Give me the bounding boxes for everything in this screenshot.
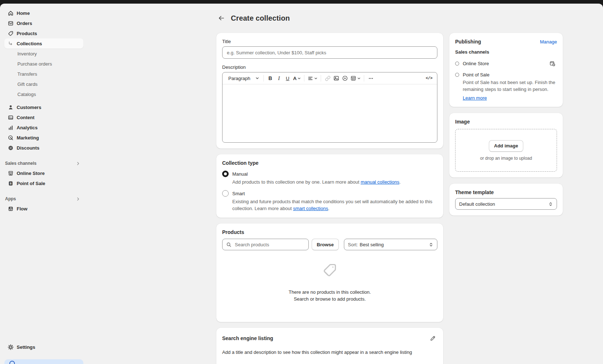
radio-label: Manual [232, 171, 248, 177]
seo-body-text: Add a title and description to see how t… [222, 350, 437, 355]
link-icon [325, 76, 330, 81]
add-image-button[interactable]: Add image [489, 140, 523, 152]
browse-button[interactable]: Browse [312, 239, 339, 250]
more-options-button[interactable] [366, 74, 375, 83]
gear-icon [7, 344, 14, 350]
sidebar-item-products[interactable]: Products [4, 28, 83, 38]
collection-title-input[interactable] [222, 46, 437, 59]
show-html-button[interactable]: </> [425, 74, 433, 83]
sidebar-item-flow[interactable]: Flow [4, 204, 83, 214]
flow-icon [7, 205, 14, 212]
sidebar-item-label: Inventory [17, 51, 37, 57]
alignment-dropdown[interactable] [307, 74, 319, 83]
discounts-icon [7, 145, 14, 151]
sidebar-promo-teaser[interactable] [4, 359, 83, 364]
schedule-calendar-clock-button[interactable] [548, 59, 557, 68]
sidebar-item-label: Settings [17, 344, 35, 350]
sidebar-item-analytics[interactable]: Analytics [4, 122, 83, 133]
sidebar-item-label: Point of Sale [17, 181, 45, 186]
page-title: Create collection [231, 14, 290, 22]
home-icon [7, 10, 14, 16]
sidebar-item-label: Discounts [17, 145, 39, 151]
italic-button[interactable]: I [275, 74, 283, 83]
insert-image-button[interactable] [332, 74, 341, 83]
products-card: Products Browse Sort: Best selling [216, 223, 443, 322]
channel-status-circle-icon [455, 62, 459, 66]
sidebar: Home Orders Products Collections Invento… [0, 4, 87, 364]
description-editor: Paragraph B I U A [222, 72, 437, 143]
main-content: Create collection Title Description Para… [87, 4, 603, 364]
edit-seo-button[interactable] [428, 334, 437, 343]
chevron-down-icon [255, 76, 259, 80]
video-icon [342, 75, 348, 81]
sidebar-item-collections[interactable]: Collections [4, 38, 83, 49]
image-card: Image Add image or drop an image to uplo… [449, 113, 563, 177]
underline-button[interactable]: U [283, 74, 292, 83]
sidebar-item-label: Catalogs [17, 92, 36, 97]
updown-caret-icon [548, 202, 553, 206]
sidebar-item-transfers[interactable]: Transfers [4, 69, 83, 79]
collection-type-option-smart[interactable]: Smart [222, 190, 437, 197]
manual-description: Add products to this collection one by o… [232, 179, 437, 185]
channel-row-point-of-sale: Point of Sale [455, 72, 557, 78]
sidebar-item-label: Products [17, 31, 37, 36]
pos-setup-note: Point of Sale has not been set up. Finis… [463, 79, 557, 93]
sidebar-item-label: Flow [17, 206, 28, 212]
manage-link[interactable]: Manage [540, 39, 557, 45]
image-icon [333, 75, 339, 81]
sidebar-item-point-of-sale[interactable]: $ Point of Sale [4, 178, 83, 188]
link-button[interactable] [323, 74, 332, 83]
image-dropzone[interactable]: Add image or drop an image to upload [455, 129, 557, 172]
sidebar-item-catalogs[interactable]: Catalogs [4, 89, 83, 99]
collection-type-option-manual[interactable]: Manual [222, 171, 437, 177]
sidebar-item-online-store[interactable]: Online Store [4, 168, 83, 178]
description-editor-content[interactable] [223, 84, 437, 142]
sidebar-item-customers[interactable]: Customers [4, 102, 83, 112]
learn-more-link[interactable]: Learn more [463, 95, 487, 101]
sidebar-item-home[interactable]: Home [4, 8, 83, 18]
editor-toolbar: Paragraph B I U A [223, 72, 437, 84]
sidebar-item-inventory[interactable]: Inventory [4, 49, 83, 59]
seo-card: Search engine listing Add a title and de… [216, 328, 443, 364]
publishing-card: Publishing Manage Sales channels Online … [449, 33, 563, 107]
theme-template-card: Theme template Default collection [449, 184, 563, 216]
sidebar-section-sales-channels[interactable]: Sales channels [4, 159, 83, 168]
sidebar-item-content[interactable]: Content [4, 112, 83, 122]
sidebar-item-gift-cards[interactable]: Gift cards [4, 79, 83, 89]
table-icon [350, 75, 356, 81]
orders-icon [7, 20, 14, 26]
back-button[interactable] [216, 13, 226, 23]
publishing-heading: Publishing [455, 39, 481, 45]
sort-select[interactable]: Sort: Best selling [344, 239, 437, 250]
insert-video-button[interactable] [341, 74, 349, 83]
theme-template-select[interactable]: Default collection [455, 198, 557, 210]
empty-text-line1: There are no products in this collection… [222, 289, 437, 296]
point-of-sale-icon: $ [7, 180, 14, 187]
drop-hint-text: or drop an image to upload [480, 156, 532, 161]
sidebar-item-purchase-orders[interactable]: Purchase orders [4, 59, 83, 69]
calendar-clock-icon [549, 60, 556, 67]
seo-heading: Search engine listing [222, 335, 273, 341]
text-color-dropdown[interactable]: A [292, 74, 302, 83]
radio-smart[interactable] [222, 190, 229, 197]
bold-button[interactable]: B [266, 74, 275, 83]
sidebar-item-label: Transfers [17, 71, 37, 77]
paragraph-style-dropdown[interactable]: Paragraph [226, 74, 261, 83]
smart-collections-link[interactable]: smart collections [293, 206, 328, 211]
pencil-icon [430, 335, 436, 341]
sidebar-item-label: Marketing [17, 135, 39, 141]
insert-table-dropdown[interactable] [349, 74, 362, 83]
sidebar-item-orders[interactable]: Orders [4, 18, 83, 28]
sidebar-item-discounts[interactable]: Discounts [4, 143, 83, 153]
sidebar-item-settings[interactable]: Settings [4, 342, 83, 352]
sidebar-item-marketing[interactable]: Marketing [4, 133, 83, 143]
sales-channels-subheading: Sales channels [455, 49, 557, 55]
sidebar-item-label: Purchase orders [17, 61, 52, 67]
sidebar-item-label: Content [17, 115, 34, 120]
radio-manual[interactable] [222, 171, 229, 177]
image-heading: Image [455, 119, 557, 125]
tag-icon [7, 30, 14, 37]
search-products-input[interactable] [234, 242, 305, 248]
sidebar-section-apps[interactable]: Apps [4, 194, 83, 204]
manual-collections-link[interactable]: manual collections [361, 179, 399, 185]
